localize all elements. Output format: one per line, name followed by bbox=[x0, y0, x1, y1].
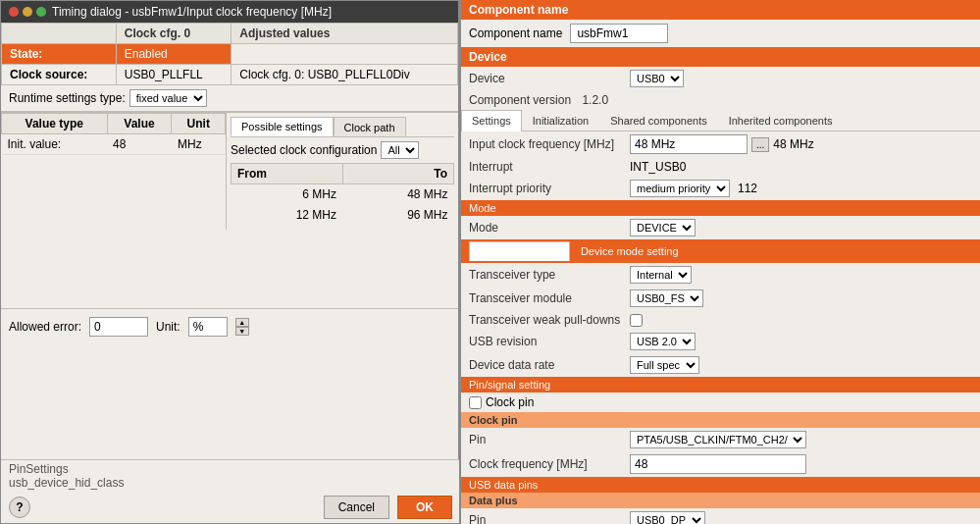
input-clock-input[interactable] bbox=[630, 134, 748, 154]
right-panel: Component name Component name Device Dev… bbox=[459, 0, 980, 524]
spin-down[interactable]: ▼ bbox=[235, 327, 249, 336]
transceiver-module-select[interactable]: USB0_FS bbox=[630, 289, 703, 307]
possible-tabs: Possible settings Clock path bbox=[231, 117, 454, 137]
clock-freq-input[interactable] bbox=[630, 454, 806, 474]
device-data-row: Device data rate Full spec bbox=[461, 353, 980, 377]
interrupt-priority-row: Interrupt priority medium priority 112 bbox=[461, 177, 980, 200]
clock-table: From To 6 MHz 48 MHz 12 MHz 96 MHz bbox=[231, 163, 454, 226]
clock-freq-row: Clock frequency [MHz] bbox=[461, 451, 980, 477]
usb-hid-label: usb_device_hid_class bbox=[9, 476, 452, 490]
allowed-error-input[interactable] bbox=[89, 317, 148, 337]
value-row: Init. value: 48 MHz bbox=[2, 134, 226, 155]
value-section: Value type Value Unit Init. value: 48 MH… bbox=[1, 113, 227, 230]
clock-col-from: From bbox=[232, 164, 343, 184]
transceiver-weak-checkbox[interactable] bbox=[630, 314, 643, 327]
cfg-col2: Adjusted values bbox=[232, 24, 458, 44]
component-name-input[interactable] bbox=[570, 24, 668, 43]
clock-row-2: 12 MHz 96 MHz bbox=[232, 205, 454, 226]
clock-pin-checkbox[interactable] bbox=[469, 396, 482, 409]
clock-pin-label: Clock pin bbox=[486, 395, 534, 409]
data-plus-pin-select[interactable]: USB0_DP bbox=[630, 511, 705, 524]
clock-col-to: To bbox=[342, 164, 454, 184]
usb-data-header: USB data pins bbox=[461, 477, 980, 493]
mode-label: Mode bbox=[469, 221, 626, 235]
usb-revision-label: USB revision bbox=[469, 335, 626, 348]
tab-inherited[interactable]: Inherited components bbox=[718, 110, 844, 131]
usb-revision-select[interactable]: USB 2.0 bbox=[630, 333, 696, 350]
clock-from-1: 6 MHz bbox=[232, 184, 343, 205]
runtime-row: Runtime settings type: fixed value bbox=[1, 85, 458, 112]
clock-pin-row: Clock pin bbox=[461, 393, 980, 412]
clock-cfg: Clock cfg. 0: USB0_PLLFLL0Div bbox=[232, 65, 458, 85]
interrupt-label: Interrupt bbox=[469, 160, 626, 174]
transceiver-module-label: Transceiver module bbox=[469, 291, 626, 305]
cancel-button[interactable]: Cancel bbox=[324, 496, 389, 519]
dialog-footer-buttons: ? Cancel OK bbox=[1, 492, 460, 523]
clock-label: Clock source: bbox=[2, 65, 117, 85]
settings-tabs: Settings Initialization Shared component… bbox=[461, 110, 980, 131]
ok-button[interactable]: OK bbox=[397, 496, 452, 519]
usb-revision-row: USB revision USB 2.0 bbox=[461, 330, 980, 353]
unit-input[interactable] bbox=[188, 317, 228, 337]
pin-label: Pin bbox=[469, 433, 626, 446]
interrupt-priority-select[interactable]: medium priority bbox=[630, 180, 730, 197]
clock-freq-label: Clock frequency [MHz] bbox=[469, 457, 626, 471]
tab-transceiver-type[interactable]: Transceiver type bbox=[469, 241, 570, 261]
state-value: Enabled bbox=[116, 44, 232, 65]
cfg-col-empty bbox=[2, 24, 117, 44]
minimize-icon[interactable] bbox=[23, 7, 32, 17]
runtime-select[interactable]: fixed value bbox=[129, 89, 207, 107]
device-select[interactable]: USB0 bbox=[630, 70, 684, 87]
tab-initialization[interactable]: Initialization bbox=[522, 110, 599, 131]
filter-label: Selected clock configuration bbox=[231, 143, 377, 157]
config-table: Clock cfg. 0 Adjusted values State: Enab… bbox=[1, 23, 458, 85]
input-clock-row: Input clock frequency [MHz] ... 48 MHz bbox=[461, 131, 980, 157]
component-name-header: Component name bbox=[461, 0, 980, 20]
device-data-select[interactable]: Full spec bbox=[630, 356, 699, 374]
dialog-titlebar: Timing dialog - usbFmw1/Input clock freq… bbox=[1, 1, 458, 23]
tab-possible-settings[interactable]: Possible settings bbox=[231, 117, 334, 136]
tab-clock-path[interactable]: Clock path bbox=[334, 117, 406, 136]
version-value: 1.2.0 bbox=[582, 93, 608, 107]
state-row: State: Enabled bbox=[2, 44, 458, 65]
pin-signal-header: Pin/signal setting bbox=[461, 377, 980, 393]
close-icon[interactable] bbox=[9, 7, 19, 17]
clock-to-1: 48 MHz bbox=[342, 184, 454, 205]
transceiver-type-select[interactable]: Internal bbox=[630, 266, 692, 284]
maximize-icon[interactable] bbox=[36, 7, 46, 17]
val-value: 48 bbox=[107, 134, 172, 155]
timing-dialog: Timing dialog - usbFmw1/Input clock freq… bbox=[0, 0, 459, 524]
val-type: Init. value: bbox=[2, 134, 108, 155]
pin-select[interactable]: PTA5/USB_CLKIN/FTM0_CH2/I2S0_TX_I bbox=[630, 431, 806, 448]
interrupt-priority-num: 112 bbox=[738, 182, 757, 195]
clock-filter-select[interactable]: All bbox=[381, 141, 419, 159]
two-col-section: Value type Value Unit Init. value: 48 MH… bbox=[1, 112, 458, 230]
val-unit: MHz bbox=[172, 134, 226, 155]
unit-label: Unit: bbox=[156, 320, 181, 334]
interrupt-priority-label: Interrupt priority bbox=[469, 182, 626, 195]
input-clock-ellipsis[interactable]: ... bbox=[751, 137, 769, 152]
device-row: Device USB0 bbox=[461, 67, 980, 90]
clock-row-1: 6 MHz 48 MHz bbox=[232, 184, 454, 205]
val-col-type: Value type bbox=[2, 114, 108, 134]
clock-pin-subheader: Clock pin bbox=[461, 412, 980, 428]
tab-shared[interactable]: Shared components bbox=[599, 110, 717, 131]
tab-device-mode[interactable]: Device mode setting bbox=[570, 241, 690, 261]
settings-content: Input clock frequency [MHz] ... 48 MHz I… bbox=[461, 131, 980, 524]
runtime-label: Runtime settings type: bbox=[9, 91, 126, 105]
device-data-label: Device data rate bbox=[469, 358, 626, 372]
pin-settings-area: PinSettings usb_device_hid_class bbox=[1, 460, 460, 492]
help-button[interactable]: ? bbox=[9, 497, 30, 518]
possible-section: Possible settings Clock path Selected cl… bbox=[227, 113, 458, 230]
state-label: State: bbox=[2, 44, 117, 65]
component-name-row: Component name bbox=[461, 20, 980, 47]
mode-select[interactable]: DEVICE bbox=[630, 219, 696, 236]
transceiver-module-row: Transceiver module USB0_FS bbox=[461, 287, 980, 310]
unit-spinner[interactable]: ▲ ▼ bbox=[235, 318, 249, 336]
tab-settings[interactable]: Settings bbox=[461, 110, 522, 131]
pin-row: Pin PTA5/USB_CLKIN/FTM0_CH2/I2S0_TX_I bbox=[461, 428, 980, 451]
version-label: Component version bbox=[469, 93, 571, 107]
spin-up[interactable]: ▲ bbox=[235, 318, 249, 327]
component-name-label: Component name bbox=[469, 26, 562, 40]
transceiver-weak-row: Transceiver weak pull-downs bbox=[461, 310, 980, 330]
